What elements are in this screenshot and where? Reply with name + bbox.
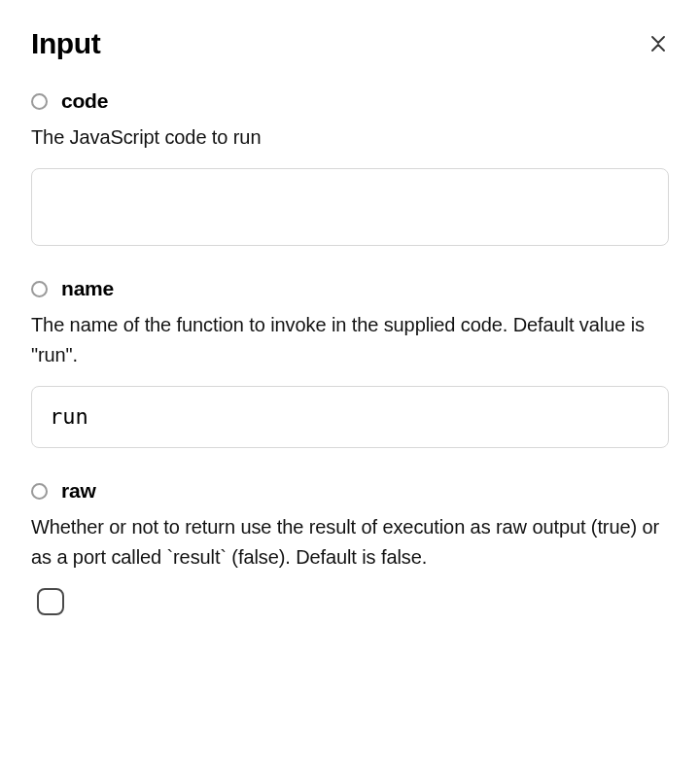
panel-title: Input (31, 27, 100, 60)
field-code: code The JavaScript code to run (31, 89, 669, 250)
field-description-name: The name of the function to invoke in th… (31, 310, 669, 370)
field-head: code (31, 89, 669, 113)
field-name: name The name of the function to invoke … (31, 277, 669, 452)
name-input[interactable] (31, 386, 669, 448)
code-input[interactable] (31, 168, 669, 246)
chevron-up-icon (651, 44, 665, 52)
radio-indicator[interactable] (31, 483, 48, 500)
field-label-raw: raw (61, 479, 96, 503)
field-label-code: code (61, 89, 108, 113)
field-label-name: name (61, 277, 114, 300)
radio-indicator[interactable] (31, 281, 48, 297)
raw-checkbox[interactable] (37, 588, 64, 615)
expand-collapse-toggle[interactable] (648, 32, 669, 55)
chevron-down-icon (651, 36, 665, 44)
panel-header: Input (31, 27, 669, 60)
field-head: raw (31, 479, 669, 503)
field-raw: raw Whether or not to return use the res… (31, 479, 669, 615)
field-description-raw: Whether or not to return use the result … (31, 512, 669, 573)
field-description-code: The JavaScript code to run (31, 122, 669, 153)
field-head: name (31, 277, 669, 300)
radio-indicator[interactable] (31, 93, 48, 110)
